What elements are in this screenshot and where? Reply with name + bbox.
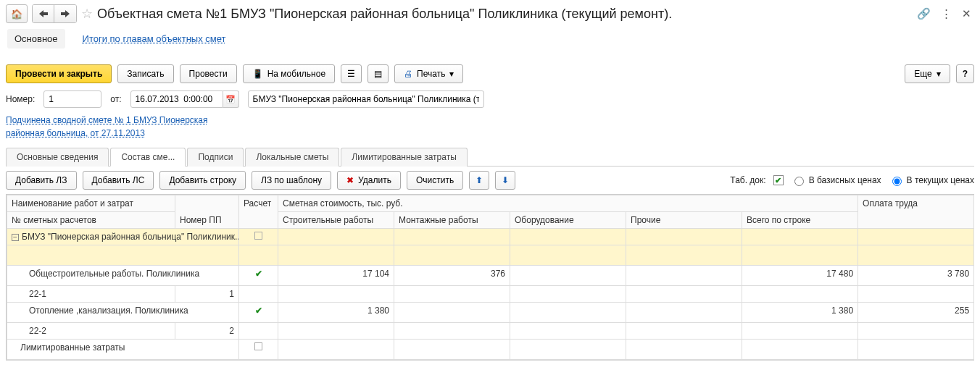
- check-icon: ✔: [255, 269, 262, 279]
- save-button[interactable]: Записать: [117, 64, 173, 83]
- estimate-table: Наименование работ и затрат Номер ПП Рас…: [7, 195, 974, 360]
- add-lz-button[interactable]: Добавить ЛЗ: [6, 171, 77, 190]
- table-row[interactable]: Общестроительные работы. Поликлиника ✔ 1…: [7, 266, 974, 286]
- number-label: Номер:: [6, 94, 35, 104]
- page-title: Объектная смета №1 БМУЗ "Пионерская райо…: [97, 7, 910, 22]
- mobile-button[interactable]: 📱На мобильное: [243, 64, 335, 83]
- hdr-calc: Расчет: [239, 195, 278, 229]
- back-button[interactable]: [33, 5, 54, 22]
- share-icon[interactable]: 🔗: [914, 4, 934, 23]
- star-icon[interactable]: ☆: [81, 6, 93, 22]
- section-tab-main[interactable]: Основное: [7, 29, 65, 49]
- list-icon: ☰: [347, 69, 355, 79]
- check-icon: ✔: [255, 306, 262, 316]
- date-picker-button[interactable]: 📅: [223, 90, 239, 108]
- date-field[interactable]: [130, 90, 223, 108]
- clear-button[interactable]: Очистить: [407, 171, 463, 190]
- object-field[interactable]: [248, 90, 484, 108]
- nav-group: [32, 4, 77, 23]
- delete-button[interactable]: ✖Удалить: [337, 171, 401, 190]
- tab-limited-costs[interactable]: Лимитированные затраты: [341, 148, 468, 167]
- hdr-mount: Монтажные работы: [394, 212, 510, 229]
- hdr-num: № сметных расчетов: [7, 212, 175, 229]
- hdr-other: Прочие: [626, 212, 742, 229]
- table-row[interactable]: Лимитированные затраты: [7, 340, 974, 360]
- tabs: Основные сведения Состав сме... Подписи …: [6, 147, 974, 167]
- list-view-button[interactable]: ☰: [341, 64, 362, 83]
- tab-doc-checkbox[interactable]: ✔: [773, 175, 784, 185]
- hdr-equip: Оборудование: [510, 212, 626, 229]
- table-row-sub[interactable]: 22-1 1: [7, 286, 974, 303]
- table-group-row-spacer: [7, 245, 974, 266]
- doc-icon: ▤: [374, 69, 382, 79]
- hdr-total: Всего по строке: [742, 212, 858, 229]
- table-row[interactable]: Отопление ,канализация. Поликлиника ✔ 1 …: [7, 303, 974, 323]
- chevron-down-icon: ▾: [449, 69, 454, 79]
- arrow-up-icon: ⬆: [476, 175, 483, 185]
- help-button[interactable]: ?: [956, 64, 974, 83]
- tab-doc-label: Таб. док:: [730, 175, 765, 185]
- add-row-button[interactable]: Добавить строку: [159, 171, 246, 190]
- parent-estimate-link[interactable]: Подчинена сводной смете № 1 БМУЗ Пионерс…: [6, 114, 245, 140]
- base-prices-radio[interactable]: В базисных ценах: [791, 174, 881, 186]
- kebab-icon[interactable]: ⋮: [938, 4, 955, 23]
- tab-signatures[interactable]: Подписи: [187, 148, 244, 167]
- post-button[interactable]: Провести: [180, 64, 237, 83]
- hdr-labor: Оплата труда: [858, 195, 974, 229]
- from-label: от:: [110, 94, 121, 104]
- tab-composition[interactable]: Состав сме...: [110, 148, 186, 167]
- doc-button[interactable]: ▤: [368, 64, 389, 83]
- post-and-close-button[interactable]: Провести и закрыть: [6, 64, 112, 83]
- chevron-down-icon: ▾: [937, 69, 941, 79]
- table-group-row[interactable]: −БМУЗ "Пионерская районная больница" Пол…: [7, 229, 974, 245]
- hdr-pp: Номер ПП: [175, 195, 239, 229]
- hdr-cost-group: Сметная стоимость, тыс. руб.: [278, 195, 858, 212]
- mobile-icon: 📱: [252, 69, 263, 79]
- tab-local-estimates[interactable]: Локальные сметы: [245, 148, 339, 167]
- arrow-down-icon: ⬇: [502, 175, 509, 185]
- tree-collapse-icon[interactable]: −: [12, 234, 19, 241]
- lz-template-button[interactable]: ЛЗ по шаблону: [252, 171, 331, 190]
- more-button[interactable]: Еще▾: [905, 64, 950, 83]
- add-ls-button[interactable]: Добавить ЛС: [83, 171, 154, 190]
- number-field[interactable]: [43, 90, 101, 108]
- table-row-sub[interactable]: 22-2 2: [7, 323, 974, 340]
- move-up-button[interactable]: ⬆: [469, 171, 489, 190]
- delete-icon: ✖: [346, 175, 354, 185]
- close-icon[interactable]: ✕: [959, 4, 974, 23]
- forward-button[interactable]: [54, 5, 76, 22]
- hdr-build: Строительные работы: [278, 212, 394, 229]
- move-down-button[interactable]: ⬇: [495, 171, 515, 190]
- calendar-icon: 📅: [225, 95, 236, 104]
- home-button[interactable]: 🏠: [6, 4, 28, 23]
- print-button[interactable]: 🖨Печать▾: [394, 64, 463, 83]
- section-tab-totals[interactable]: Итоги по главам объектных смет: [75, 29, 233, 49]
- print-icon: 🖨: [404, 69, 412, 79]
- hdr-name: Наименование работ и затрат: [7, 195, 175, 212]
- tab-main-info[interactable]: Основные сведения: [6, 148, 109, 167]
- current-prices-radio[interactable]: В текущих ценах: [889, 174, 974, 186]
